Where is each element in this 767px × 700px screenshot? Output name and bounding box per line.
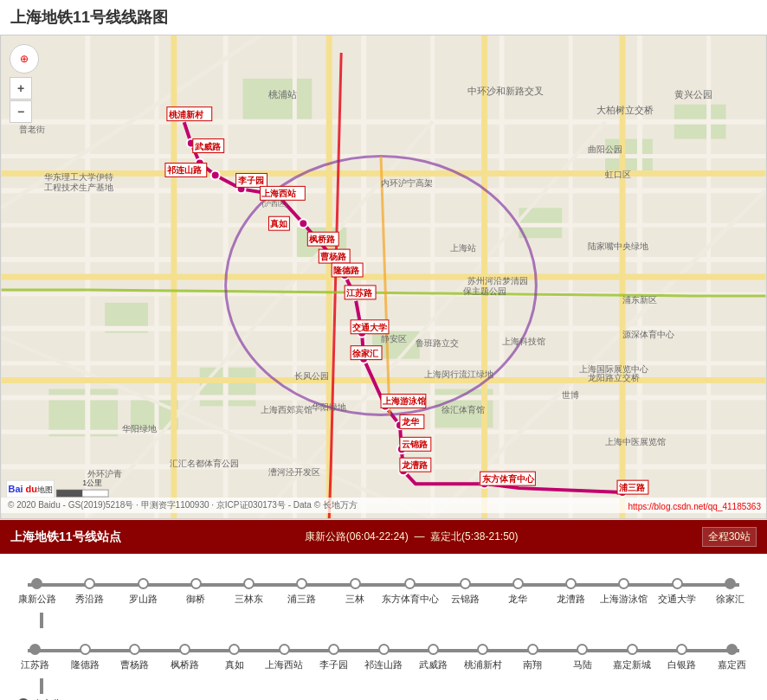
svg-point-86: [299, 219, 307, 228]
svg-text:上海科技馆: 上海科技馆: [502, 337, 545, 346]
svg-text:汇汇名都体育公园: 汇汇名都体育公园: [170, 459, 239, 468]
svg-text:龙阳路立交桥: 龙阳路立交桥: [588, 373, 640, 382]
svg-text:上海西郊宾馆: 上海西郊宾馆: [261, 405, 313, 414]
svg-text:浦三路: 浦三路: [619, 483, 646, 492]
station-item[interactable]: 秀沿路: [63, 569, 116, 606]
page-title: 上海地铁11号线线路图: [0, 0, 767, 35]
station-item[interactable]: 交通大学: [651, 569, 704, 606]
svg-text:徐汇体育馆: 徐汇体育馆: [442, 405, 485, 414]
svg-text:徐家汇: 徐家汇: [351, 349, 379, 358]
svg-text:中环沙和新路交叉: 中环沙和新路交叉: [467, 86, 544, 96]
map-background: 桃浦站 中环沙和新路交叉 大柏树立交桥 黄兴公园 普老街 华东理工大学伊特 工程…: [1, 35, 766, 518]
svg-rect-2: [243, 79, 313, 122]
svg-text:桃浦站: 桃浦站: [268, 89, 297, 100]
station-header-title: 上海地铁11号线站点: [10, 530, 121, 545]
svg-text:世博: 世博: [562, 390, 579, 400]
svg-text:1公里: 1公里: [82, 478, 102, 487]
station-item[interactable]: 枫桥路: [159, 635, 209, 671]
svg-text:Bai: Bai: [9, 484, 23, 494]
direction1: 康新公路(06:04-22:24): [305, 530, 409, 543]
zoom-in-button[interactable]: +: [10, 77, 32, 100]
svg-text:东方体育中心: 东方体育中心: [482, 473, 535, 484]
station-item[interactable]: 云锦路: [439, 569, 492, 606]
csdn-link[interactable]: https://blog.csdn.net/qq_41185363: [628, 502, 761, 511]
station-header-direction: 康新公路(06:04-22:24) — 嘉定北(5:38-21:50): [305, 530, 519, 544]
station-item[interactable]: 三林东: [222, 569, 275, 606]
station-item[interactable]: 隆德路: [60, 635, 109, 671]
station-item[interactable]: 江苏路: [10, 635, 60, 671]
svg-text:上海中医展览馆: 上海中医展览馆: [605, 437, 666, 446]
svg-text:交通大学: 交通大学: [352, 323, 387, 332]
panel-title: 上海地铁11号线站点: [10, 530, 121, 543]
svg-text:保主题公园: 保主题公园: [463, 286, 506, 296]
svg-text:虹口区: 虹口区: [605, 170, 631, 179]
station-item[interactable]: 康新公路: [10, 569, 63, 606]
svg-text:江苏路: 江苏路: [346, 288, 373, 298]
svg-text:上海站: 上海站: [450, 243, 476, 253]
station-item[interactable]: 桃浦新村: [458, 635, 507, 671]
station-item[interactable]: 龙漕路: [545, 569, 597, 606]
svg-text:地图: 地图: [36, 485, 53, 494]
station-row-1: 康新公路秀沿路罗山路御桥三林东浦三路三林东方体育中心云锦路龙华龙漕路上海游泳馆交…: [10, 569, 757, 606]
svg-text:曲阳公园: 曲阳公园: [588, 144, 622, 154]
svg-text:上海闵行流江绿地: 上海闵行流江绿地: [424, 369, 493, 379]
station-item[interactable]: 南翔: [508, 635, 558, 671]
svg-rect-136: [56, 490, 82, 497]
station-item[interactable]: 上海西站: [259, 635, 308, 671]
station-item[interactable]: 嘉定西: [707, 635, 757, 671]
v-line-2: [40, 678, 43, 694]
svg-text:龙华: 龙华: [401, 417, 420, 427]
station-item[interactable]: 嘉定新城: [608, 635, 657, 671]
station-item[interactable]: 祁连山路: [358, 635, 408, 671]
station-item[interactable]: 罗山路: [116, 569, 169, 606]
svg-text:上海游泳馆: 上海游泳馆: [383, 396, 426, 406]
svg-text:静安区: 静安区: [381, 334, 407, 344]
svg-text:上海西站: 上海西站: [262, 189, 298, 198]
station-total: 全程30站: [702, 527, 757, 547]
stations-flex-row2: 江苏路隆德路曹杨路枫桥路真如上海西站李子园祁连山路武威路桃浦新村南翔马陆嘉定新城…: [10, 635, 757, 671]
svg-text:陆家嘴中央绿地: 陆家嘴中央绿地: [588, 241, 648, 251]
station-item[interactable]: 御桥: [170, 569, 222, 606]
svg-text:曹杨路: 曹杨路: [320, 252, 347, 261]
station-header: 上海地铁11号线站点 康新公路(06:04-22:24) — 嘉定北(5:38-…: [0, 520, 767, 554]
v-line-1: [40, 613, 43, 628]
station-item[interactable]: 浦三路: [275, 569, 328, 606]
v-connector-2: [10, 678, 757, 694]
station-item[interactable]: 东方体育中心: [382, 569, 439, 606]
svg-text:桃浦新村: 桃浦新村: [168, 110, 204, 119]
station-item[interactable]: 上海游泳馆: [597, 569, 650, 606]
station-item[interactable]: 龙华: [492, 569, 545, 606]
svg-text:龙漕路: 龙漕路: [401, 460, 429, 470]
svg-text:普老街: 普老街: [19, 125, 45, 134]
svg-text:源深体育中心: 源深体育中心: [622, 330, 674, 339]
svg-point-83: [211, 170, 220, 179]
svg-text:长风公园: 长风公园: [294, 371, 329, 381]
svg-text:云锦路: 云锦路: [402, 440, 429, 449]
map-controls: ⊕ + −: [10, 44, 39, 124]
svg-text:(沪西区): (沪西区): [262, 200, 288, 208]
svg-text:浦东新区: 浦东新区: [622, 295, 657, 305]
page-wrapper: 上海地铁11号线线路图: [0, 0, 767, 700]
map-container: 桃浦站 中环沙和新路交叉 大柏树立交桥 黄兴公园 普老街 华东理工大学伊特 工程…: [0, 35, 767, 519]
svg-text:内环沪宁高架: 内环沪宁高架: [381, 178, 433, 188]
station-item[interactable]: 曹杨路: [110, 635, 159, 671]
station-item[interactable]: 白银路: [657, 635, 706, 671]
station-item[interactable]: 马陆: [558, 635, 607, 671]
svg-text:隆德路: 隆德路: [333, 266, 360, 275]
svg-text:工程技术生产基地: 工程技术生产基地: [44, 183, 113, 192]
station-list-area: 康新公路秀沿路罗山路御桥三林东浦三路三林东方体育中心云锦路龙华龙漕路上海游泳馆交…: [0, 554, 767, 700]
svg-text:黄兴公园: 黄兴公园: [674, 89, 712, 100]
compass-control[interactable]: ⊕: [10, 44, 39, 74]
station-item[interactable]: 武威路: [409, 635, 458, 671]
svg-text:上海国际展览中心: 上海国际展览中心: [579, 364, 648, 374]
svg-text:华阳绿地: 华阳绿地: [312, 402, 346, 412]
v-connector-1: [10, 613, 757, 628]
station-item[interactable]: 徐家汇: [704, 569, 757, 606]
station-item[interactable]: 三林: [328, 569, 381, 606]
svg-text:祁连山路: 祁连山路: [166, 165, 203, 175]
zoom-out-button[interactable]: −: [10, 100, 32, 123]
station-item[interactable]: 李子园: [309, 635, 358, 671]
station-item[interactable]: 真如: [209, 635, 259, 671]
svg-text:武威路: 武威路: [195, 142, 222, 151]
svg-text:漕河泾开发区: 漕河泾开发区: [268, 467, 320, 477]
